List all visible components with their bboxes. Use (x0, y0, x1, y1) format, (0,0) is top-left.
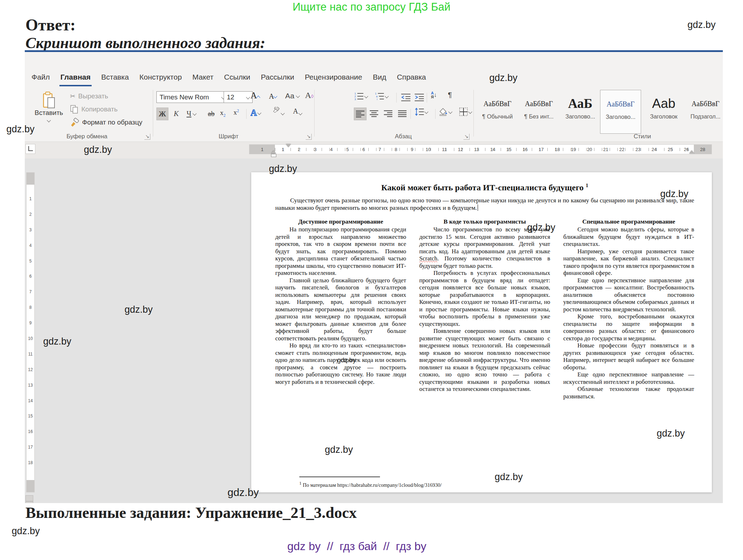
window-top-border (25, 50, 723, 52)
tab-file[interactable]: Файл (30, 70, 51, 86)
align-right-icon (384, 110, 392, 117)
svg-text:1: 1 (375, 92, 376, 95)
clipboard-group-label: Буфер обмена (67, 133, 108, 140)
sort-button[interactable]: А Я ↓ (431, 91, 437, 99)
align-right-button[interactable] (382, 108, 394, 120)
font-name-combobox[interactable]: Times New Rom (156, 91, 228, 103)
change-case-letters: Аа (285, 92, 294, 100)
shading-bucket-icon (439, 108, 448, 116)
style-preview: Аab (645, 96, 683, 111)
grow-font-button[interactable]: А (250, 91, 260, 100)
watermark: gdz.by (43, 336, 71, 347)
tab-home[interactable]: Главная (59, 70, 92, 86)
ruler-toggle-box[interactable] (25, 495, 33, 501)
tab-selector-icon (28, 146, 33, 151)
decrease-indent-button[interactable] (400, 91, 412, 103)
style-name: Заголовок (645, 113, 683, 120)
footnote: 1 По материалам https://habrahabr.ru/com… (299, 477, 442, 488)
show-marks-button[interactable]: ¶ (448, 91, 452, 99)
tab-view[interactable]: Вид (372, 70, 387, 86)
style-card-normal[interactable]: АаБбВвГ ¶ Обычный (478, 90, 517, 134)
style-card-heading2-selected[interactable]: АаБбВвГ Заголово... (600, 90, 641, 134)
font-group-label: Шрифт (219, 133, 238, 140)
hanging-indent-marker[interactable] (271, 150, 276, 154)
line-spacing-button[interactable] (415, 108, 428, 116)
subscript-button[interactable]: x2 (220, 109, 226, 118)
font-color-button[interactable]: А (293, 108, 302, 115)
shading-button[interactable] (439, 108, 452, 116)
tab-layout[interactable]: Макет (191, 70, 214, 86)
format-painter-icon (70, 118, 79, 127)
cut-button[interactable]: ✂ Вырезать (70, 92, 108, 100)
word-window: Файл Главная Вставка Конструктор Макет С… (25, 50, 723, 503)
tab-design[interactable]: Конструктор (138, 70, 183, 86)
ruler-number: 8 (388, 147, 404, 152)
style-name: ¶ Без инт... (520, 113, 558, 120)
ruler-number: 13 (27, 377, 34, 393)
font-dialog-launcher[interactable]: ↘ (306, 134, 312, 140)
ruler-number: 10 (27, 331, 34, 346)
paragraph: Облачные технологии также продолжат разв… (563, 386, 694, 400)
italic-button[interactable]: К (171, 108, 182, 120)
font-size-combobox[interactable]: 12 (224, 91, 253, 103)
tab-review[interactable]: Рецензирование (304, 70, 363, 86)
ruler-number: 20 (582, 147, 598, 152)
numbered-list-button[interactable]: 1 2 3 (355, 92, 368, 100)
paste-button[interactable]: Вставить (34, 91, 64, 136)
font-color-icon: А (293, 108, 298, 115)
underline-button[interactable]: Ч (185, 108, 196, 120)
style-card-subtitle[interactable]: АаБбВвГ Подзагол... (686, 90, 723, 134)
superscript-button[interactable]: x2 (234, 108, 239, 116)
right-indent-marker[interactable] (689, 150, 694, 154)
text-effects-button[interactable]: А (250, 108, 261, 117)
watermark: gdz.by (6, 124, 35, 135)
tab-insert[interactable]: Вставка (100, 70, 130, 86)
strikethrough-button[interactable]: ab (205, 108, 218, 120)
font-name-value: Times New Rom (160, 93, 209, 101)
style-card-title[interactable]: Аab Заголовок (645, 90, 683, 134)
align-left-button[interactable] (354, 108, 367, 120)
copy-button[interactable]: Копировать (70, 105, 117, 114)
multilevel-list-button[interactable]: 1 a i (375, 92, 388, 100)
style-card-heading1[interactable]: АаБ Заголово... (561, 90, 599, 134)
column-heading: Специальное программирование (563, 218, 694, 225)
footnote-reference: 1 (586, 183, 588, 188)
format-painter-button[interactable]: Формат по образцу (70, 118, 142, 127)
first-line-indent-marker[interactable] (286, 144, 291, 147)
change-case-button[interactable]: Аа (285, 92, 299, 100)
decrease-indent-icon (401, 93, 410, 102)
increase-indent-button[interactable] (413, 91, 425, 103)
bold-button[interactable]: Ж (156, 108, 168, 120)
style-preview: АаБбВвГ (478, 96, 517, 111)
highlight-button[interactable] (272, 107, 284, 115)
footnote-separator (299, 477, 380, 477)
clear-formatting-button[interactable]: А◊ (305, 91, 313, 100)
screenshot-caption: Скриншот выполненного задания: (25, 34, 265, 52)
style-card-no-spacing[interactable]: АаБбВвГ ¶ Без инт... (520, 90, 558, 134)
paragraph-dialog-launcher[interactable]: ↘ (463, 134, 470, 140)
clipboard-dialog-launcher[interactable]: ↘ (144, 134, 150, 140)
align-left-icon (356, 110, 364, 118)
borders-button[interactable] (459, 108, 472, 116)
borders-chevron (468, 110, 472, 114)
tab-help[interactable]: Справка (396, 70, 427, 86)
align-center-button[interactable] (368, 108, 380, 120)
font-size-chevron (246, 95, 250, 99)
tab-references[interactable]: Ссылки (223, 70, 251, 86)
ruler-number: 2 (27, 207, 34, 222)
small-divider (410, 109, 411, 119)
format-painter-label: Формат по образцу (82, 119, 142, 126)
left-indent-marker[interactable] (271, 154, 276, 157)
scissors-icon: ✂ (70, 92, 75, 100)
superscript-x: x (234, 109, 237, 116)
ruler-toggle-box[interactable] (25, 501, 33, 503)
ruler-number: 21 (598, 147, 614, 152)
ruler-number: 12 (27, 362, 34, 377)
tab-mailings[interactable]: Рассылки (260, 70, 295, 86)
shrink-font-button[interactable]: А (269, 92, 277, 100)
tab-selector-box[interactable] (25, 144, 35, 154)
justify-button[interactable] (396, 108, 408, 120)
svg-text:a: a (376, 95, 378, 98)
ruler-number: 3 (307, 147, 323, 152)
justify-icon (398, 110, 407, 117)
